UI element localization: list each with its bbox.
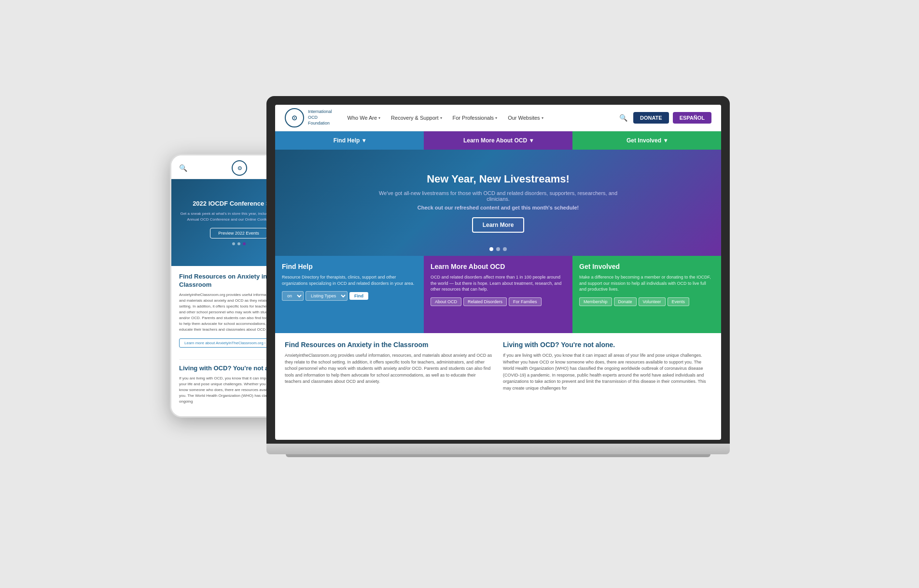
mobile-anxiety-link[interactable]: Learn more about AnxietyInTheClassroom.o… — [179, 338, 271, 348]
content-text-2: If you are living with OCD, you know tha… — [503, 352, 711, 392]
header-actions: 🔍 DONATE ESPAÑOL — [617, 112, 711, 124]
hero-cta-text: Check out our refreshed content and get … — [418, 205, 579, 210]
espanol-button[interactable]: ESPAÑOL — [673, 112, 711, 124]
laptop-screen-inner: ⊙ InternationalOCDFoundation Who We Are … — [275, 105, 721, 440]
membership-button[interactable]: Membership — [579, 297, 612, 306]
get-involved-card: Get Involved Make a difference by becomi… — [572, 256, 721, 333]
chevron-down-icon: ▾ — [362, 137, 365, 144]
donate-card-button[interactable]: Donate — [614, 297, 637, 306]
mobile-hero-dots — [232, 242, 246, 245]
site-header: ⊙ InternationalOCDFoundation Who We Are … — [275, 105, 721, 131]
nav-who-we-are[interactable]: Who We Are ▾ — [344, 113, 385, 123]
find-help-search-button[interactable]: Find — [349, 292, 368, 300]
find-help-card-title: Find Help — [282, 263, 417, 270]
hero-subtitle: We've got all-new livestreams for those … — [377, 190, 619, 202]
hero-learn-more-button[interactable]: Learn More — [472, 217, 525, 233]
laptop-device: ⊙ InternationalOCDFoundation Who We Are … — [266, 96, 730, 492]
logo-area: ⊙ InternationalOCDFoundation — [285, 108, 332, 127]
mobile-logo-symbol: ⊙ — [237, 165, 242, 171]
chevron-down-icon: ▾ — [378, 116, 380, 120]
get-involved-card-title: Get Involved — [579, 263, 714, 270]
get-involved-card-desc: Make a difference by becoming a member o… — [579, 274, 714, 293]
learn-more-card: Learn More About OCD OCD and related dis… — [424, 256, 572, 333]
logo-symbol: ⊙ — [292, 114, 297, 122]
main-nav: Who We Are ▾ Recovery & Support ▾ For Pr… — [344, 113, 617, 123]
find-help-select-listing-types[interactable]: Listing Types — [306, 291, 348, 301]
mega-nav-get-involved[interactable]: Get Involved ▾ — [572, 131, 721, 150]
chevron-down-icon: ▾ — [530, 137, 533, 144]
chevron-down-icon: ▾ — [495, 116, 497, 120]
mobile-dot-1 — [232, 242, 235, 245]
chevron-down-icon: ▾ — [542, 116, 543, 120]
chevron-down-icon: ▾ — [664, 137, 667, 144]
mobile-hero-btn[interactable]: Preview 2022 Events — [210, 228, 267, 238]
chevron-down-icon: ▾ — [440, 116, 442, 120]
get-involved-card-buttons: Membership Donate Volunteer Events — [579, 297, 714, 306]
learn-more-card-desc: OCD and related disorders affect more th… — [431, 274, 566, 293]
volunteer-button[interactable]: Volunteer — [639, 297, 666, 306]
mega-nav-find-help[interactable]: Find Help ▾ — [275, 131, 424, 150]
mega-nav: Find Help ▾ Learn More About OCD ▾ Get I… — [275, 131, 721, 150]
hero-dot-1[interactable] — [489, 247, 493, 251]
search-icon[interactable]: 🔍 — [617, 112, 629, 124]
content-col-1: Find Resources on Anxiety in the Classro… — [285, 341, 493, 392]
content-title-2: Living with OCD? You're not alone. — [503, 341, 711, 349]
content-text-1: AnxietyintheClassroom.org provides usefu… — [285, 352, 493, 385]
mobile-dot-2 — [237, 242, 240, 245]
learn-more-card-title: Learn More About OCD — [431, 263, 566, 270]
logo-circle: ⊙ — [285, 108, 304, 127]
find-help-select-location[interactable]: on — [282, 291, 304, 301]
mobile-logo: ⊙ — [232, 160, 247, 176]
find-help-card: Find Help Resource Directory for therapi… — [275, 256, 424, 333]
laptop-screen-outer: ⊙ InternationalOCDFoundation Who We Are … — [266, 96, 730, 444]
about-ocd-button[interactable]: About OCD — [431, 297, 461, 306]
mobile-search-icon[interactable]: 🔍 — [179, 164, 187, 172]
nav-our-websites[interactable]: Our Websites ▾ — [504, 113, 547, 123]
learn-more-card-buttons: About OCD Related Disorders For Families — [431, 297, 566, 306]
hero-title: New Year, New Livestreams! — [427, 173, 570, 185]
hero-section: New Year, New Livestreams! We've got all… — [275, 150, 721, 256]
nav-recovery-support[interactable]: Recovery & Support ▾ — [387, 113, 446, 123]
find-help-card-desc: Resource Directory for therapists, clini… — [282, 274, 417, 286]
find-help-search-row: on Listing Types Find — [282, 291, 417, 301]
hero-dots — [489, 247, 507, 251]
hero-dot-2[interactable] — [496, 247, 500, 251]
content-col-2: Living with OCD? You're not alone. If yo… — [503, 341, 711, 392]
for-families-button[interactable]: For Families — [509, 297, 542, 306]
laptop-foot — [286, 454, 710, 457]
content-row: Find Resources on Anxiety in the Classro… — [275, 333, 721, 399]
donate-button[interactable]: DONATE — [633, 112, 669, 124]
mobile-dot-3 — [243, 242, 246, 245]
cards-row: Find Help Resource Directory for therapi… — [275, 256, 721, 333]
mega-nav-learn-more[interactable]: Learn More About OCD ▾ — [424, 131, 572, 150]
content-title-1: Find Resources on Anxiety in the Classro… — [285, 341, 493, 349]
nav-for-professionals[interactable]: For Professionals ▾ — [449, 113, 501, 123]
related-disorders-button[interactable]: Related Disorders — [463, 297, 507, 306]
hero-dot-3[interactable] — [503, 247, 507, 251]
events-button[interactable]: Events — [668, 297, 690, 306]
logo-text: InternationalOCDFoundation — [308, 109, 332, 126]
laptop-base — [266, 444, 730, 454]
scene: 🔍 ⊙ ☰ 2022 IOCDF Conference Series Get a… — [170, 96, 749, 492]
